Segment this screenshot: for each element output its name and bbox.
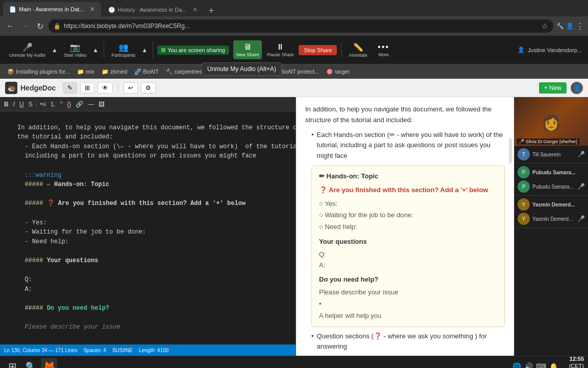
back-button[interactable]: ← xyxy=(4,21,16,31)
mic-button[interactable]: 🎤 Unmute My Audio xyxy=(6,40,48,60)
option-yes: ○ Yes: xyxy=(319,199,497,210)
italic-btn[interactable]: I xyxy=(11,100,17,109)
mode-status: SUS/INE xyxy=(112,348,133,353)
main-content-area: B I U S •≡ 1. " {} 🔗 — 🖼 xyxy=(0,97,588,356)
video-label: Start Video xyxy=(64,53,86,58)
new-doc-btn[interactable]: + New xyxy=(539,82,567,94)
video-button[interactable]: 📷 Start Video xyxy=(61,40,89,60)
bullet-btn[interactable]: •≡ xyxy=(38,100,48,109)
address-bar[interactable]: 🔒 https://bioni.biobyte.de/m7vm03P3ReeC5… xyxy=(48,19,553,33)
participants-icon: 👥 xyxy=(118,42,129,52)
hands-on-title: ✏ Hands-on: Topic xyxy=(319,171,497,182)
user-name: Justine Vandendorp... xyxy=(528,47,582,53)
bookmark-item-8[interactable]: 🎯 target xyxy=(323,67,352,76)
clock-time: 12:55 xyxy=(562,355,584,362)
q-line: Q: xyxy=(319,249,497,260)
firefox-taskbar[interactable]: 🦊 xyxy=(41,358,57,369)
sound-icon[interactable]: 🔊 xyxy=(524,362,533,369)
tray-icons: 🌐 🔊 ⌨ 🔔 xyxy=(512,362,558,369)
extensions-area: 🔧 👤 ⋮ xyxy=(556,21,584,31)
keyboard-icon[interactable]: ⌨ xyxy=(536,362,546,369)
option-waiting: ○ Waiting for the job to be done: xyxy=(319,210,497,221)
refresh-button[interactable]: ↻ xyxy=(35,21,45,31)
hedgedoc-toolbar: 🦔 HedgeDoc ✎ ⊞ 👁 ↩ ⚙ + New 👤 xyxy=(0,79,588,97)
editor-line: ##### ✏ Hands-on: Topic xyxy=(17,181,109,188)
meeting-toolbar: Unmute My Audio (Alt+A) 🎤 Unmute My Audi… xyxy=(0,36,588,64)
tab-close[interactable]: ✕ xyxy=(90,6,95,13)
new-tab-button[interactable]: + xyxy=(205,6,218,16)
settings-btn[interactable]: ⚙ xyxy=(141,82,156,94)
code-btn[interactable]: {} xyxy=(65,100,73,109)
address-text: https://bioni.biobyte.de/m7vm03P3ReeC5Rg… xyxy=(64,22,538,30)
bookmark-item-3[interactable]: 📁 zbmed xyxy=(99,67,130,76)
start-button[interactable]: ⊞ xyxy=(4,358,20,369)
split-mode-btn[interactable]: ⊞ xyxy=(80,82,94,94)
forward-button[interactable]: → xyxy=(19,21,32,31)
spaces-status: Spaces: 4 xyxy=(83,348,106,353)
history-btn[interactable]: ↩ xyxy=(124,82,138,94)
scroll-indicator[interactable] xyxy=(509,138,512,164)
helper-text: A helper will help you xyxy=(319,311,497,321)
participant-name-yasmin1: Yasmin Demerd... xyxy=(532,202,585,208)
edit-mode-btn[interactable]: ✎ xyxy=(63,82,77,94)
tab-bar: 📄 Main · Awareness in Dat... ✕ 🕐 History… xyxy=(0,0,588,16)
pause-share-button[interactable]: ⏸ Pause Share xyxy=(264,40,297,59)
mic-label: Unmute My Audio xyxy=(9,53,45,58)
strike-btn[interactable]: S xyxy=(27,100,35,109)
tab-inactive[interactable]: 🕐 History · Awareness in Da... ✕ xyxy=(102,3,204,16)
pause-label: Pause Share xyxy=(267,52,293,57)
participants-button[interactable]: 👥 Participants xyxy=(108,40,138,60)
new-share-label: New Share xyxy=(236,52,259,57)
bookmark-item-1[interactable]: 📦 Installing plugins for... xyxy=(4,67,73,76)
notification-icon[interactable]: 🔔 xyxy=(549,362,558,369)
menu-icon[interactable]: ⋮ xyxy=(576,21,584,31)
editor-text-area[interactable]: In addition, to help you navigate this d… xyxy=(14,111,296,344)
hr-btn[interactable]: — xyxy=(86,100,96,109)
video-sidebar: 👩 🎤 Silvia Di Giorgio [she/her] T Till S… xyxy=(514,97,588,356)
sharing-text: You are screen sharing xyxy=(167,47,225,53)
tab-close-2[interactable]: ✕ xyxy=(192,6,198,13)
more-button[interactable]: ••• More xyxy=(373,40,395,59)
status-bar: Ln 130, Column 34 — 171 Lines Spaces: 4 … xyxy=(0,344,296,356)
editor-content[interactable]: In addition, to help you navigate this d… xyxy=(0,111,296,344)
search-taskbar[interactable]: 🔍 xyxy=(22,358,39,369)
video-frame-top: 👩 🎤 Silvia Di Giorgio [she/her] xyxy=(514,97,588,146)
network-icon[interactable]: 🌐 xyxy=(512,362,521,369)
preview-bullet-1: • Each Hands-on section (✏ - where you w… xyxy=(311,130,505,162)
preview-mode-btn[interactable]: 👁 xyxy=(97,82,113,94)
sharing-dot xyxy=(161,48,165,52)
participant-yasmin-group: Y Yasmin Demerd... Y Yasmin Demerdash 🎤 xyxy=(514,196,588,228)
clock: 12:55 (CET) 05.03.24 xyxy=(562,355,584,368)
tab-active[interactable]: 📄 Main · Awareness in Dat... ✕ xyxy=(3,2,101,16)
numbered-btn[interactable]: 1. xyxy=(48,100,58,109)
more-icon: ••• xyxy=(378,42,389,52)
hands-on-box: ✏ Hands-on: Topic ❓ Are you finished wit… xyxy=(311,166,505,327)
bookmark-item-4[interactable]: 🧬 BioNT xyxy=(131,67,162,76)
bookmark-item-5[interactable]: 🔨 carpentries xyxy=(163,67,205,76)
img-btn[interactable]: 🖼 xyxy=(96,100,107,109)
underline-btn[interactable]: U xyxy=(17,100,26,109)
ext-icon[interactable]: 🔧 xyxy=(556,22,564,30)
preview-content: In addition, to help you navigate this d… xyxy=(296,97,514,356)
stop-share-button[interactable]: Stop Share xyxy=(299,45,337,55)
mic-dropdown[interactable]: ▲ xyxy=(51,47,59,54)
pause-icon: ⏸ xyxy=(276,42,284,52)
annotate-button[interactable]: ✏️ Annotate xyxy=(346,40,370,60)
quote-btn[interactable]: " xyxy=(58,100,64,109)
bookmark-icon[interactable]: ☆ xyxy=(542,22,548,30)
bookmark-item-2[interactable]: 📁 mix xyxy=(74,67,97,76)
user-icon: 👤 xyxy=(518,47,525,53)
editor-line: A: xyxy=(17,286,32,293)
sharing-indicator: You are screen sharing xyxy=(157,45,229,55)
user-avatar-btn[interactable]: 👤 xyxy=(571,82,583,94)
participant-name-yasmin2: Yasmin Demerdash xyxy=(532,216,575,222)
new-share-button[interactable]: 🖥 New Share xyxy=(233,40,262,59)
link-btn[interactable]: 🔗 xyxy=(74,100,85,109)
annotate-icon: ✏️ xyxy=(353,42,363,52)
bold-btn[interactable]: B xyxy=(2,100,11,109)
stop-share-label: Stop Share xyxy=(304,47,332,53)
account-icon[interactable]: 👤 xyxy=(566,22,574,30)
participants-dropdown[interactable]: ▲ xyxy=(140,47,149,54)
need-help-title: Do you need help? xyxy=(319,274,497,285)
video-dropdown[interactable]: ▲ xyxy=(91,47,100,54)
